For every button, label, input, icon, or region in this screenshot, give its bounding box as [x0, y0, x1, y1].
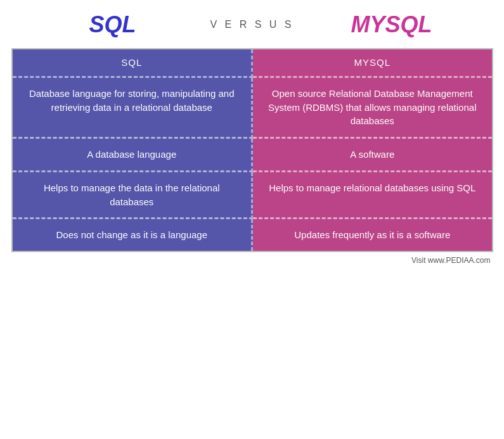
- table-row: SQLMYSQL: [13, 49, 492, 78]
- table-row: Database language for storing, manipulat…: [13, 78, 492, 139]
- sql-cell: Database language for storing, manipulat…: [13, 78, 254, 139]
- mysql-cell: Updates frequently as it is a software: [253, 219, 492, 251]
- versus-label: V E R S U S: [202, 19, 303, 30]
- table-row: A database languageA software: [13, 139, 492, 172]
- sql-cell: A database language: [13, 139, 254, 172]
- table-row: Helps to manage the data in the relation…: [13, 172, 492, 220]
- footer: Visit www.PEDIAA.com: [11, 252, 493, 265]
- mysql-cell: Open source Relational Database Manageme…: [253, 78, 492, 139]
- mysql-cell: A software: [253, 139, 492, 172]
- mysql-cell: Helps to manage relational databases usi…: [253, 172, 492, 220]
- mysql-cell: MYSQL: [253, 49, 492, 78]
- comparison-header: SQL V E R S U S MYSQL: [0, 0, 504, 46]
- sql-cell: Does not change as it is a language: [13, 219, 254, 251]
- comparison-table: SQLMYSQLDatabase language for storing, m…: [11, 48, 493, 252]
- mysql-title: MYSQL: [303, 11, 481, 38]
- sql-cell: Helps to manage the data in the relation…: [13, 172, 254, 220]
- table-row: Does not change as it is a languageUpdat…: [13, 219, 492, 251]
- sql-cell: SQL: [13, 49, 254, 78]
- sql-title: SQL: [24, 11, 202, 38]
